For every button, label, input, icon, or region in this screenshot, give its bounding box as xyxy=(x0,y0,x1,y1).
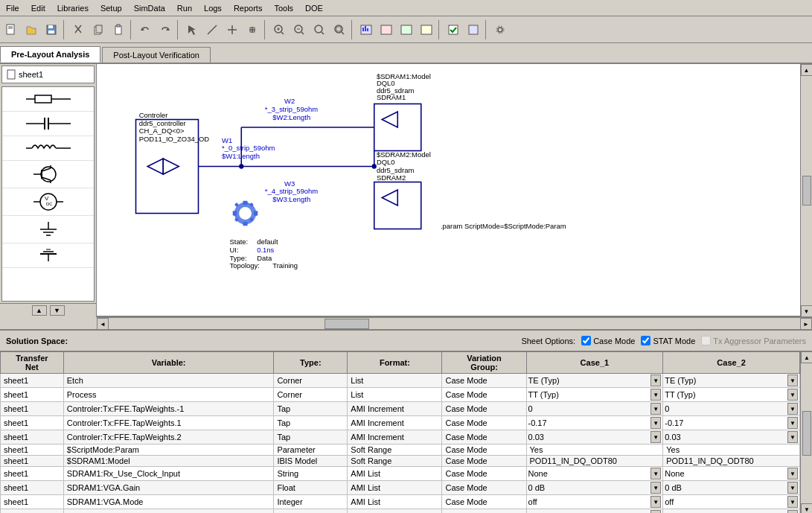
schematic-scrollbar-h[interactable]: ◄ ► xyxy=(97,317,812,329)
component-transistor[interactable] xyxy=(2,161,94,188)
toolbar-paste[interactable] xyxy=(109,20,128,39)
sheet-item[interactable]: sheet1 xyxy=(1,66,95,83)
menu-edit[interactable]: Edit xyxy=(25,2,51,14)
cell-case2[interactable]: off ▼ xyxy=(663,495,800,509)
menu-libraries[interactable]: Libraries xyxy=(51,2,95,14)
case2-dropdown-btn[interactable]: ▼ xyxy=(787,389,798,401)
menu-logs[interactable]: Logs xyxy=(198,2,228,14)
schematic-canvas[interactable]: Controler ddr5_controller CH_A_DQ<0> POD… xyxy=(97,64,800,317)
col-header-format[interactable]: Format: xyxy=(348,352,442,374)
menu-setup[interactable]: Setup xyxy=(95,2,128,14)
case1-dropdown-btn[interactable]: ▼ xyxy=(650,468,661,479)
tab-pre-layout[interactable]: Pre-Layout Analysis xyxy=(0,46,100,63)
cell-case1[interactable]: 0 dB ▼ xyxy=(526,481,663,495)
toolbar-redo[interactable] xyxy=(156,20,175,39)
cell-case2[interactable]: TT (Typ) ▼ xyxy=(663,388,800,402)
cell-case1[interactable]: fixed ▼ xyxy=(526,509,663,514)
case2-dropdown-btn[interactable]: ▼ xyxy=(787,431,798,443)
case2-dropdown-btn[interactable]: ▼ xyxy=(787,403,798,415)
case1-dropdown-btn[interactable]: ▼ xyxy=(650,496,661,508)
cell-case1[interactable]: None ▼ xyxy=(526,467,663,481)
toolbar-sim4[interactable] xyxy=(417,20,436,39)
cell-case1[interactable]: TT (Typ) ▼ xyxy=(526,388,663,402)
component-resistor[interactable] xyxy=(2,87,94,112)
menu-simdata[interactable]: SimData xyxy=(128,2,171,14)
cell-case1[interactable]: 0.03 ▼ xyxy=(526,430,663,445)
cell-case1[interactable]: POD11_IN_DQ_ODT80 xyxy=(526,456,663,467)
toolbar-settings[interactable] xyxy=(490,20,510,39)
cell-case2[interactable]: Yes xyxy=(663,445,800,456)
table-vscroll[interactable]: ▲ ▼ xyxy=(800,351,812,513)
table-scroll-down[interactable]: ▼ xyxy=(801,503,812,513)
comp-scroll-down[interactable]: ▼ xyxy=(50,305,65,316)
hscroll-thumb[interactable] xyxy=(325,319,369,329)
cell-case2[interactable]: None ▼ xyxy=(663,467,800,481)
toolbar-wire[interactable] xyxy=(202,20,222,39)
cell-case1[interactable]: TE (Typ) ▼ xyxy=(526,374,663,388)
component-voltage-source[interactable]: VDC xyxy=(2,188,94,216)
cell-case1[interactable]: off ▼ xyxy=(526,495,663,509)
cell-case2[interactable]: POD11_IN_DQ_ODT80 xyxy=(663,456,800,467)
menu-doe[interactable]: DOE xyxy=(299,2,329,14)
toolbar-undo[interactable] xyxy=(135,20,155,39)
toolbar-cut[interactable] xyxy=(68,20,88,39)
toolbar-cross[interactable] xyxy=(223,20,242,39)
table-scroll-thumb[interactable] xyxy=(802,411,811,456)
toolbar-sim3[interactable] xyxy=(397,20,416,39)
case2-dropdown-btn[interactable]: ▼ xyxy=(787,510,798,513)
menu-reports[interactable]: Reports xyxy=(228,2,269,14)
cell-case1[interactable]: Yes xyxy=(526,445,663,456)
case2-dropdown-btn[interactable]: ▼ xyxy=(787,375,798,386)
toolbar-plus[interactable] xyxy=(243,20,262,39)
scroll-up-btn[interactable]: ▲ xyxy=(801,64,813,76)
menu-tools[interactable]: Tools xyxy=(268,2,299,14)
case1-dropdown-btn[interactable]: ▼ xyxy=(650,431,661,443)
stat-mode-checkbox[interactable] xyxy=(641,336,650,345)
comp-scroll-up[interactable]: ▲ xyxy=(32,305,47,316)
toolbar-sim2[interactable] xyxy=(377,20,396,39)
toolbar-zoom-out[interactable] xyxy=(290,20,309,39)
toolbar-zoom-fit[interactable] xyxy=(310,20,329,39)
scroll-left-btn[interactable]: ◄ xyxy=(97,318,109,330)
toolbar-check2[interactable] xyxy=(464,20,483,39)
cell-case2[interactable]: -0.17 ▼ xyxy=(663,416,800,430)
case1-dropdown-btn[interactable]: ▼ xyxy=(650,403,661,415)
case1-dropdown-btn[interactable]: ▼ xyxy=(650,375,661,386)
toolbar-zoom-area[interactable] xyxy=(330,20,349,39)
toolbar-pointer[interactable] xyxy=(182,20,202,39)
case2-dropdown-btn[interactable]: ▼ xyxy=(787,482,798,494)
cell-case2[interactable]: TE (Typ) ▼ xyxy=(663,374,800,388)
toolbar-save[interactable] xyxy=(42,20,61,39)
case1-dropdown-btn[interactable]: ▼ xyxy=(650,482,661,494)
toolbar-new[interactable] xyxy=(1,20,21,39)
scroll-thumb[interactable] xyxy=(802,176,811,205)
scroll-right-btn[interactable]: ► xyxy=(800,318,812,330)
toolbar-open[interactable] xyxy=(22,20,41,39)
component-ground[interactable] xyxy=(2,216,94,243)
case1-dropdown-btn[interactable]: ▼ xyxy=(650,510,661,513)
component-inductor[interactable] xyxy=(2,136,94,161)
cell-case1[interactable]: 0 ▼ xyxy=(526,402,663,416)
menu-file[interactable]: File xyxy=(0,2,25,14)
cell-case2[interactable]: 0 ▼ xyxy=(663,402,800,416)
case2-dropdown-btn[interactable]: ▼ xyxy=(787,417,798,429)
col-header-variable[interactable]: Variable: xyxy=(63,352,274,374)
cell-case2[interactable]: 0.03 ▼ xyxy=(663,430,800,445)
cell-case2[interactable]: 0 dB ▼ xyxy=(663,481,800,495)
cell-case2[interactable]: fixed ▼ xyxy=(663,509,800,514)
scroll-down-btn[interactable]: ▼ xyxy=(801,305,813,317)
case2-dropdown-btn[interactable]: ▼ xyxy=(787,496,798,508)
case1-dropdown-btn[interactable]: ▼ xyxy=(650,389,661,401)
tab-post-layout[interactable]: Post-Layout Verification xyxy=(102,47,211,63)
component-capacitor[interactable] xyxy=(2,112,94,136)
toolbar-copy[interactable] xyxy=(89,20,108,39)
cell-case1[interactable]: -0.17 ▼ xyxy=(526,416,663,430)
schematic-scrollbar-v[interactable]: ▲ ▼ xyxy=(800,64,812,317)
table-scroll-up[interactable]: ▲ xyxy=(801,351,812,363)
toolbar-sim1[interactable] xyxy=(357,20,376,39)
case1-dropdown-btn[interactable]: ▼ xyxy=(650,417,661,429)
case2-dropdown-btn[interactable]: ▼ xyxy=(787,468,798,479)
col-header-type[interactable]: Type: xyxy=(274,352,348,374)
menu-run[interactable]: Run xyxy=(171,2,198,14)
component-power[interactable] xyxy=(2,243,94,268)
